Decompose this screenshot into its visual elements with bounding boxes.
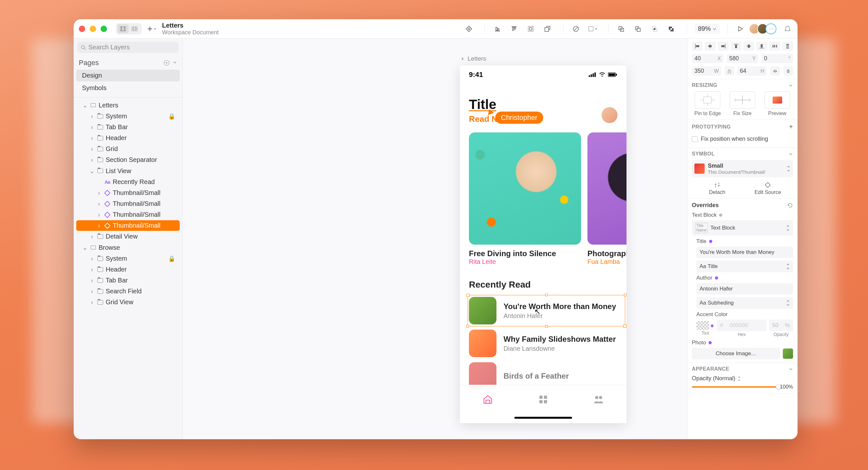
layer-row[interactable]: ›Grid	[76, 144, 180, 154]
search-layers-input[interactable]: Search Layers	[78, 42, 178, 53]
list-item-2[interactable]: Why Family Slideshows Matter Diane Lansd…	[460, 327, 626, 360]
insert-button[interactable]	[147, 24, 156, 34]
symbol-selector[interactable]: Small This Document/Thumbnail/	[692, 160, 793, 177]
close-window-button[interactable]	[79, 26, 85, 32]
fix-size-option[interactable]: Fix Size	[727, 91, 758, 116]
align-button-2[interactable]	[509, 24, 519, 34]
choose-image-button[interactable]: Choose Image…	[692, 348, 780, 359]
reset-overrides-button[interactable]	[787, 203, 793, 208]
author-style-select[interactable]: Aa Subheding	[696, 297, 793, 309]
mobile-artboard[interactable]: 9:41 Title Christopher Read Now	[460, 65, 626, 423]
y-field[interactable]: 580Y	[727, 54, 758, 63]
svg-rect-17	[529, 28, 532, 30]
pages-collapse-button[interactable]	[173, 60, 177, 66]
layer-row[interactable]: ⌄Letters	[76, 100, 180, 111]
layer-row[interactable]: ›Thumbnail/Small	[76, 220, 180, 231]
layer-row[interactable]: ›Detail View	[76, 231, 180, 242]
artboard-label[interactable]: Letters	[461, 55, 486, 62]
layer-row[interactable]: ›Tab Bar	[76, 122, 180, 133]
intersect-button[interactable]	[650, 24, 659, 34]
opacity-slider[interactable]: 100%	[692, 384, 793, 390]
components-view-button[interactable]	[129, 24, 140, 33]
union-button[interactable]	[616, 24, 626, 34]
svg-rect-45	[544, 395, 547, 399]
svg-line-32	[84, 49, 86, 50]
color-opacity-input[interactable]: 50 %	[769, 320, 793, 331]
subtract-button[interactable]	[633, 24, 643, 34]
layer-row[interactable]: ⌄Browse	[76, 242, 180, 253]
align-button-1[interactable]	[493, 24, 502, 34]
layer-row[interactable]: ›Thumbnail/Small	[76, 199, 180, 209]
align-bottom-button[interactable]	[756, 42, 767, 51]
list-item-1[interactable]: You're Worth More than Money Antonin Haf…	[460, 294, 626, 327]
scale-button[interactable]	[542, 24, 552, 34]
w-field[interactable]: 350W	[692, 66, 721, 76]
hex-input[interactable]: # 000000	[717, 320, 767, 331]
x-field[interactable]: 40X	[692, 54, 723, 63]
svg-rect-3	[132, 27, 134, 28]
minimize-window-button[interactable]	[90, 26, 96, 32]
preview-button[interactable]	[735, 24, 745, 34]
transform-button[interactable]	[588, 24, 597, 34]
align-top-button[interactable]	[731, 42, 742, 51]
h-field[interactable]: 64H	[737, 66, 767, 76]
layer-row[interactable]: ›Header	[76, 133, 180, 143]
flip-h-button[interactable]	[770, 66, 780, 76]
title-style-select[interactable]: Aa Title	[696, 261, 793, 272]
zoom-control[interactable]: 89%	[695, 24, 720, 34]
svg-rect-64	[776, 45, 777, 48]
photo-thumbnail[interactable]	[783, 349, 793, 359]
create-symbol-button[interactable]	[464, 24, 474, 34]
panels-view-button[interactable]	[117, 24, 129, 33]
svg-point-9	[468, 28, 470, 30]
align-left-button[interactable]	[692, 42, 703, 51]
layer-row[interactable]: ›Thumbnail/Small	[76, 209, 180, 220]
title-override-input[interactable]: You're Worth More than Money	[696, 246, 793, 258]
author-override-input[interactable]: Antonin Hafer	[696, 283, 793, 295]
rotation-field[interactable]: 0°	[761, 54, 793, 63]
appearance-collapse-icon[interactable]	[788, 367, 793, 371]
distribute-h-button[interactable]	[769, 42, 780, 51]
lock-icon: 🔒	[168, 113, 177, 120]
tidy-button[interactable]	[526, 24, 535, 34]
flip-v-button[interactable]	[783, 66, 793, 76]
notifications-button[interactable]	[783, 24, 793, 34]
align-vcenter-button[interactable]	[743, 42, 754, 51]
align-hcenter-button[interactable]	[705, 42, 716, 51]
symbol-collapse-icon[interactable]	[788, 152, 793, 156]
layer-row[interactable]: ›Thumbnail/Small	[76, 187, 180, 198]
text-block-select[interactable]: TitleNameText Block	[692, 220, 793, 236]
lock-aspect-button[interactable]	[724, 66, 734, 76]
difference-button[interactable]	[666, 24, 676, 34]
opacity-mode-select[interactable]: Opacity (Normal)	[692, 375, 793, 382]
doc-title-block: Letters Workspace Document	[162, 22, 219, 36]
collaborator-avatars[interactable]: ⋯	[749, 23, 776, 34]
layer-row[interactable]: AaRecently Read	[76, 177, 180, 187]
layer-row[interactable]: ›Search Field	[76, 286, 180, 297]
page-item[interactable]: Symbols	[76, 82, 180, 94]
resizing-collapse-icon[interactable]	[788, 83, 793, 88]
align-right-button[interactable]	[718, 42, 729, 51]
layer-row[interactable]: ›Grid View	[76, 297, 180, 307]
tab-people-icon	[592, 393, 605, 406]
layer-row[interactable]: ›System🔒	[76, 253, 180, 264]
avatar-more[interactable]: ⋯	[766, 23, 776, 34]
detach-button[interactable]: Detach	[692, 182, 742, 195]
add-page-button[interactable]	[164, 60, 169, 66]
preview-option[interactable]: Preview	[761, 91, 793, 116]
layer-row[interactable]: ›Tab Bar	[76, 275, 180, 286]
add-prototype-button[interactable]: +	[789, 123, 793, 130]
pin-to-edge-option[interactable]: Pin to Edge	[692, 91, 723, 116]
layer-row[interactable]: ›Header	[76, 264, 180, 275]
zoom-window-button[interactable]	[100, 26, 107, 32]
fix-position-checkbox[interactable]	[692, 136, 698, 142]
layer-row[interactable]: ›Section Separator	[76, 154, 180, 165]
edit-button[interactable]	[571, 24, 581, 34]
layer-row[interactable]: ›System🔒	[76, 111, 180, 121]
edit-source-button[interactable]: Edit Source	[742, 182, 793, 195]
page-item[interactable]: Design	[76, 69, 180, 82]
fix-position-checkbox-row[interactable]: Fix position when scrolling	[692, 134, 793, 144]
layer-row[interactable]: ⌄List View	[76, 166, 180, 176]
distribute-v-button[interactable]	[782, 42, 793, 51]
tint-swatch[interactable]	[696, 321, 709, 330]
